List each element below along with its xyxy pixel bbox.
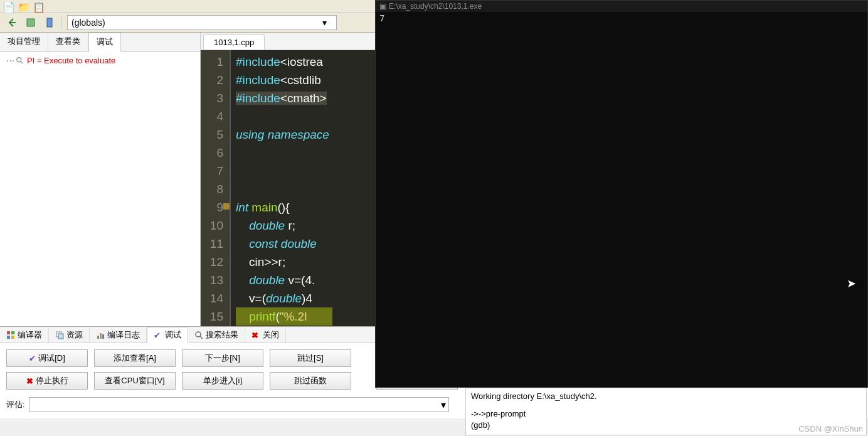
chevron-down-icon: ▾ xyxy=(441,399,446,411)
svg-rect-4 xyxy=(7,331,10,334)
tool-icon[interactable]: 📋 xyxy=(33,1,44,11)
search-icon xyxy=(194,331,203,339)
file-tab-active[interactable]: 1013,1.cpp xyxy=(203,35,265,50)
gdb-line: Working directory E:\xa_study\ch2. xyxy=(471,391,861,402)
tool-icon[interactable]: 📁 xyxy=(18,1,29,11)
gdb-line: ->->pre-prompt xyxy=(471,408,861,420)
watermark: CSDN @XinShun xyxy=(798,424,863,433)
line-number-gutter: 123456789101112131415 xyxy=(201,50,231,326)
copy-icon xyxy=(55,331,64,339)
svg-point-13 xyxy=(196,332,201,337)
svg-rect-5 xyxy=(11,331,14,334)
skip-func-button[interactable]: 跳过函数 xyxy=(270,372,351,390)
back-icon[interactable] xyxy=(5,16,19,29)
bottom-tab-关闭[interactable]: ✖关闭 xyxy=(245,327,286,343)
tree-item-pi[interactable]: ⋯ PI = Execute to evaluate xyxy=(6,56,194,65)
svg-rect-12 xyxy=(102,334,104,339)
code-content[interactable]: #include<iostrea#include<cstdlib#include… xyxy=(231,50,332,326)
grid-icon xyxy=(6,331,15,339)
tree-item-label: PI = Execute to evaluate xyxy=(27,56,115,65)
console-title-text: E:\xa_study\ch2\1013,1.exe xyxy=(389,2,482,11)
app-icon: ▣ xyxy=(379,2,386,11)
svg-rect-6 xyxy=(7,336,10,339)
globals-dropdown[interactable]: (globals) ▾ xyxy=(67,15,337,30)
debug-tree: ⋯ PI = Execute to evaluate xyxy=(0,52,200,326)
bottom-tab-资源[interactable]: 资源 xyxy=(49,327,90,343)
svg-rect-10 xyxy=(97,336,99,339)
debug-button[interactable]: ✔调试[D] xyxy=(6,349,88,367)
tab-class[interactable]: 查看类 xyxy=(48,33,88,51)
add-watch-button[interactable]: 添加查看[A] xyxy=(94,349,176,367)
svg-line-14 xyxy=(200,336,203,339)
svg-rect-7 xyxy=(11,336,14,339)
tab-debug[interactable]: 调试 xyxy=(88,33,121,52)
globals-label: (globals) xyxy=(71,18,105,28)
sidebar-tabs: 项目管理 查看类 调试 xyxy=(0,33,200,52)
chart-icon xyxy=(96,331,105,339)
step-into-button[interactable]: 单步进入[i] xyxy=(182,372,263,390)
tool-icon[interactable]: 📄 xyxy=(3,1,14,11)
eval-label: 评估: xyxy=(6,399,25,410)
eval-input[interactable]: ▾ xyxy=(29,397,449,412)
console-window[interactable]: ▣ E:\xa_study\ch2\1013,1.exe 7 ➤ xyxy=(375,0,868,388)
bottom-tab-编译器[interactable]: 编译器 xyxy=(0,327,49,343)
skip-button[interactable]: 跳过[S] xyxy=(270,349,351,367)
chevron-down-icon: ▾ xyxy=(322,18,332,28)
magnifier-icon xyxy=(16,56,24,65)
cursor-icon: ➤ xyxy=(847,277,856,290)
console-titlebar: ▣ E:\xa_study\ch2\1013,1.exe xyxy=(376,1,867,12)
bottom-tab-调试[interactable]: ✔调试 xyxy=(147,327,188,343)
bottom-tab-编译日志[interactable]: 编译日志 xyxy=(90,327,147,343)
svg-rect-11 xyxy=(100,333,102,339)
tab-project[interactable]: 项目管理 xyxy=(0,33,48,51)
cpu-window-button[interactable]: 查看CPU窗口[V] xyxy=(94,372,176,390)
bookmark-icon[interactable] xyxy=(43,16,56,29)
svg-rect-0 xyxy=(27,19,34,26)
close-icon: ✖ xyxy=(251,331,260,339)
left-sidebar: 项目管理 查看类 调试 ⋯ PI = Execute to evaluate xyxy=(0,33,201,326)
svg-rect-1 xyxy=(47,18,52,27)
svg-rect-9 xyxy=(58,334,63,339)
svg-line-3 xyxy=(21,61,23,63)
forward-icon[interactable] xyxy=(24,16,38,29)
next-step-button[interactable]: 下一步[N] xyxy=(182,349,263,367)
bottom-tab-搜索结果[interactable]: 搜索结果 xyxy=(188,327,245,343)
svg-point-2 xyxy=(17,57,21,61)
x-icon: ✖ xyxy=(26,376,33,386)
tree-connector: ⋯ xyxy=(6,56,13,65)
check-icon: ✔ xyxy=(154,331,162,339)
stop-button[interactable]: ✖停止执行 xyxy=(6,372,88,390)
console-output: 7 xyxy=(376,12,867,24)
check-icon: ✔ xyxy=(29,354,36,363)
